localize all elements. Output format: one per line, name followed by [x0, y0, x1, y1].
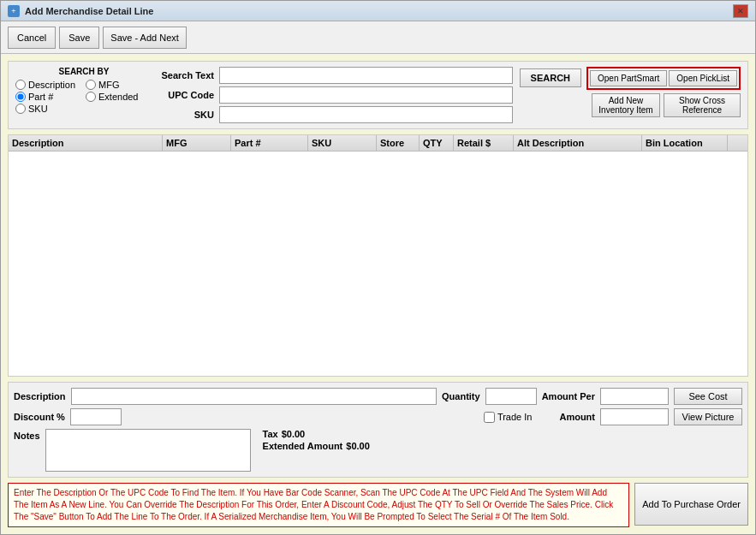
- notes-label: Notes: [14, 431, 40, 441]
- search-by-group: SEARCH BY Description MFG Part #: [15, 67, 152, 114]
- content-area: SEARCH BY Description MFG Part #: [1, 54, 755, 534]
- tax-label: Tax: [263, 429, 278, 439]
- col-qty: QTY: [420, 135, 454, 151]
- radio-grid: Description MFG Part # Extended: [15, 80, 152, 114]
- extended-amount-value: $0.00: [346, 441, 370, 451]
- open-partsmart-label: Open PartSmart: [598, 74, 659, 83]
- toolbar: Cancel Save Save - Add Next: [1, 21, 755, 54]
- open-picklist-button[interactable]: Open PickList: [669, 70, 737, 86]
- show-cross-reference-label: Show Cross Reference: [679, 96, 725, 115]
- tax-value: $0.00: [282, 429, 306, 439]
- amount-per-label: Amount Per: [542, 391, 595, 401]
- amount-input[interactable]: $0.00: [600, 408, 669, 425]
- title-bar: + Add Merchandise Detail Line ✕: [1, 1, 755, 21]
- see-cost-button[interactable]: See Cost: [674, 388, 742, 405]
- add-new-inventory-label: Add New Inventory Item: [598, 96, 652, 115]
- radio-description[interactable]: Description: [15, 80, 82, 90]
- info-text: Enter The Description Or The UPC Code To…: [8, 483, 629, 527]
- lower-actions: Add New Inventory Item Show Cross Refere…: [592, 93, 741, 117]
- results-table: Description MFG Part # SKU Store QTY Ret…: [8, 134, 748, 377]
- form-row-2: Discount % 0 Trade In Amount $0.00 View …: [14, 408, 742, 425]
- open-partsmart-button[interactable]: Open PartSmart: [590, 70, 667, 86]
- col-sku: SKU: [308, 135, 377, 151]
- cancel-button[interactable]: Cancel: [8, 27, 56, 49]
- upc-code-input[interactable]: [219, 86, 513, 104]
- form-row-3: Notes Tax $0.00 Extended Amount $0.00: [14, 429, 742, 472]
- tax-row: Tax $0.00: [263, 429, 370, 439]
- trade-in-checkbox[interactable]: [484, 412, 495, 423]
- radio-part-label: Part #: [28, 92, 53, 102]
- col-mfg: MFG: [163, 135, 231, 151]
- tax-amount-section: Tax $0.00 Extended Amount $0.00: [263, 429, 370, 451]
- radio-mfg-label: MFG: [98, 80, 119, 90]
- bottom-info-row: Enter The Description Or The UPC Code To…: [8, 483, 748, 527]
- search-fields: Search Text UPC Code SKU: [159, 67, 513, 123]
- sku-label: SKU: [159, 110, 214, 120]
- search-button[interactable]: SEARCH: [520, 68, 581, 87]
- show-cross-reference-button[interactable]: Show Cross Reference: [664, 93, 741, 117]
- search-text-label: Search Text: [159, 70, 214, 80]
- save-button[interactable]: Save: [59, 27, 99, 49]
- radio-part-input[interactable]: [15, 92, 26, 102]
- description-label: Description: [14, 391, 66, 401]
- search-panel: SEARCH BY Description MFG Part #: [8, 61, 748, 129]
- open-buttons-group: Open PartSmart Open PickList: [586, 67, 741, 90]
- col-bin: Bin Location: [642, 135, 728, 151]
- close-button[interactable]: ✕: [733, 4, 748, 18]
- view-picture-button[interactable]: View Picture: [674, 408, 742, 425]
- trade-in-label[interactable]: Trade In: [484, 412, 533, 423]
- discount-input[interactable]: 0: [70, 408, 122, 425]
- add-new-inventory-button[interactable]: Add New Inventory Item: [592, 93, 660, 117]
- radio-extended-input[interactable]: [86, 92, 96, 102]
- table-body: [9, 152, 747, 220]
- col-store: Store: [377, 135, 420, 151]
- radio-description-label: Description: [28, 80, 75, 90]
- notes-textarea[interactable]: [45, 429, 251, 472]
- open-picklist-label: Open PickList: [676, 74, 729, 83]
- window-title: Add Merchandise Detail Line: [25, 6, 153, 16]
- radio-sku[interactable]: SKU: [15, 104, 82, 114]
- table-header: Description MFG Part # SKU Store QTY Ret…: [9, 135, 747, 152]
- radio-extended-label: Extended: [98, 92, 138, 102]
- col-retail: Retail $: [454, 135, 514, 151]
- radio-part[interactable]: Part #: [15, 92, 82, 102]
- radio-mfg-input[interactable]: [86, 80, 96, 90]
- window-icon: +: [8, 5, 20, 17]
- upc-code-row: UPC Code: [159, 86, 513, 104]
- form-row-1: Description Quantity 0 Amount Per $0.00 …: [14, 388, 742, 405]
- search-text-row: Search Text: [159, 67, 513, 84]
- extended-amount-label: Extended Amount: [263, 441, 343, 451]
- col-part: Part #: [231, 135, 308, 151]
- quantity-input[interactable]: 0: [485, 388, 537, 405]
- radio-sku-input[interactable]: [15, 104, 26, 114]
- sku-row: SKU: [159, 106, 513, 123]
- search-text-input[interactable]: [219, 67, 513, 84]
- upc-code-label: UPC Code: [159, 90, 214, 100]
- radio-mfg[interactable]: MFG: [86, 80, 152, 90]
- bottom-form: Description Quantity 0 Amount Per $0.00 …: [8, 382, 748, 478]
- col-alt-desc: Alt Description: [514, 135, 642, 151]
- radio-sku-label: SKU: [28, 104, 48, 114]
- radio-description-input[interactable]: [15, 80, 26, 90]
- save-add-next-button[interactable]: Save - Add Next: [103, 27, 187, 49]
- col-description: Description: [9, 135, 163, 151]
- discount-label: Discount %: [14, 412, 65, 422]
- amount-per-input[interactable]: $0.00: [600, 388, 669, 405]
- radio-extended[interactable]: Extended: [86, 92, 152, 102]
- search-actions: SEARCH Open PartSmart Open PickList Add …: [520, 67, 741, 117]
- trade-in-text: Trade In: [497, 412, 533, 422]
- amount-label: Amount: [559, 412, 595, 422]
- main-window: + Add Merchandise Detail Line ✕ Cancel S…: [0, 0, 756, 535]
- title-bar-left: + Add Merchandise Detail Line: [8, 5, 153, 17]
- add-purchase-order-button[interactable]: Add To Purchase Order: [634, 483, 748, 526]
- sku-input[interactable]: [219, 106, 513, 123]
- description-input[interactable]: [71, 388, 438, 405]
- quantity-label: Quantity: [442, 391, 480, 401]
- extended-amount-row: Extended Amount $0.00: [263, 441, 370, 451]
- search-by-title: SEARCH BY: [15, 67, 152, 76]
